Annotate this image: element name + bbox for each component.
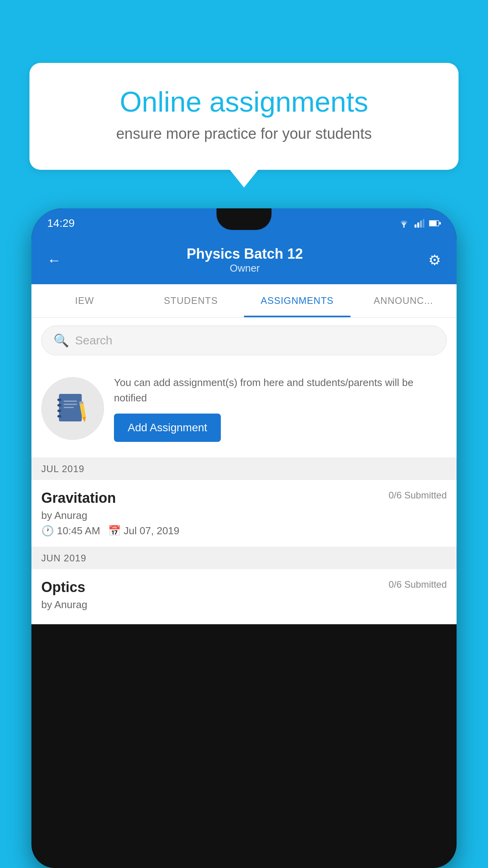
header-title: Physics Batch 12 (61, 246, 428, 262)
assignment-icon-circle (41, 377, 104, 440)
svg-rect-9 (57, 399, 61, 401)
phone-frame: 14:29 ← (31, 208, 457, 868)
header-center: Physics Batch 12 Owner (61, 246, 428, 274)
svg-rect-11 (57, 410, 61, 412)
empty-state-block: You can add assignment(s) from here and … (31, 363, 457, 458)
status-icons (398, 219, 441, 228)
empty-state-description: You can add assignment(s) from here and … (114, 375, 447, 406)
calendar-icon: 📅 (108, 525, 121, 537)
status-bar: 14:29 (31, 208, 457, 238)
clock-icon: 🕐 (41, 525, 54, 537)
assignment-time: 🕐 10:45 AM (41, 525, 100, 537)
svg-rect-3 (420, 221, 422, 228)
svg-rect-4 (423, 219, 424, 228)
svg-rect-13 (64, 401, 77, 402)
app-header: ← Physics Batch 12 Owner ⚙ (31, 238, 457, 284)
notebook-icon (55, 391, 90, 426)
speech-bubble-subtitle: ensure more practice for your students (57, 125, 431, 142)
assignment-item-gravitation[interactable]: Gravitation 0/6 Submitted by Anurag 🕐 10… (31, 480, 457, 547)
wifi-icon (398, 219, 410, 228)
assignment-submitted: 0/6 Submitted (389, 490, 447, 501)
month-header-jun: JUN 2019 (31, 547, 457, 569)
search-bar[interactable]: 🔍 Search (41, 326, 447, 355)
assignment-title: Gravitation (41, 490, 116, 506)
assignment-submitted-optics: 0/6 Submitted (389, 579, 447, 590)
speech-bubble-container: Online assignments ensure more practice … (29, 63, 459, 170)
battery-icon (429, 220, 441, 226)
status-time: 14:29 (47, 217, 75, 230)
phone-content: 🔍 Search (31, 318, 457, 624)
search-bar-container: 🔍 Search (31, 318, 457, 363)
tabs-bar: IEW STUDENTS ASSIGNMENTS ANNOUNC... (31, 284, 457, 318)
svg-rect-14 (64, 404, 77, 405)
speech-bubble-title: Online assignments (57, 86, 431, 118)
svg-rect-10 (57, 404, 61, 406)
svg-marker-17 (82, 417, 87, 423)
speech-bubble: Online assignments ensure more practice … (29, 63, 459, 170)
month-label-jun: JUN 2019 (41, 553, 86, 563)
month-label-jul: JUL 2019 (41, 463, 84, 474)
svg-rect-7 (439, 222, 441, 224)
header-subtitle: Owner (61, 262, 428, 274)
tab-iew[interactable]: IEW (31, 284, 138, 317)
assignment-by: by Anurag (41, 509, 447, 522)
tab-assignments[interactable]: ASSIGNMENTS (244, 284, 350, 317)
assignment-meta: 🕐 10:45 AM 📅 Jul 07, 2019 (41, 525, 447, 537)
tab-students[interactable]: STUDENTS (138, 284, 244, 317)
svg-rect-15 (64, 407, 74, 408)
svg-rect-1 (415, 224, 416, 228)
assignment-by-optics: by Anurag (41, 599, 447, 611)
phone-notch (216, 208, 272, 230)
assignment-date: 📅 Jul 07, 2019 (108, 525, 180, 537)
assignment-item-optics[interactable]: Optics 0/6 Submitted by Anurag (31, 569, 457, 624)
assignment-top-row: Gravitation 0/6 Submitted (41, 490, 447, 506)
svg-rect-12 (57, 415, 61, 417)
search-icon: 🔍 (53, 333, 69, 348)
search-placeholder: Search (75, 334, 112, 347)
tab-announcements[interactable]: ANNOUNC... (350, 284, 457, 317)
signal-icon (415, 219, 424, 228)
back-button[interactable]: ← (47, 252, 61, 268)
date-value: Jul 07, 2019 (124, 525, 180, 537)
svg-point-0 (403, 226, 405, 228)
svg-rect-6 (429, 221, 437, 226)
month-header-jul: JUL 2019 (31, 458, 457, 480)
svg-rect-2 (417, 223, 419, 228)
settings-button[interactable]: ⚙ (428, 252, 441, 268)
assignment-title-optics: Optics (41, 579, 85, 596)
empty-state-right: You can add assignment(s) from here and … (114, 375, 447, 442)
assignment-top-row-optics: Optics 0/6 Submitted (41, 579, 447, 596)
time-value: 10:45 AM (57, 525, 100, 537)
add-assignment-button[interactable]: Add Assignment (114, 414, 221, 442)
